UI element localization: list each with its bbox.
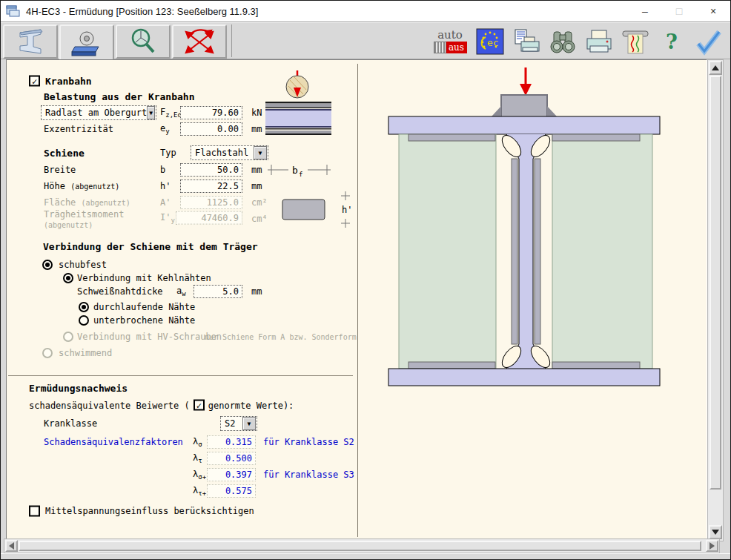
vertical-scrollbar [707,59,724,541]
aus-label: aus [446,42,467,53]
lambda-tau-symbol: λτ [193,452,202,464]
schweissnahtdicke-input[interactable]: 5.0 [194,285,242,298]
rail-block [501,95,547,117]
hv-schrauben-label: Verbindung mit HV-Schrauben [77,332,222,342]
lambda-sigma-output: 0.315 [207,435,256,449]
checkmark-icon [693,27,723,56]
dropdown-arrow-icon: ▼ [147,106,155,119]
schweissnahtdicke-unit: mm [251,286,262,297]
typ-label: Typ [160,148,176,158]
document-printer-icon [512,28,540,55]
confirm-button[interactable] [693,26,723,57]
ec-flag-icon: ec [476,28,504,55]
mittelspannung-label: Mittelspannungseinfluss berücksichtigen [45,506,254,516]
kehlnaehte-radio[interactable] [63,273,73,283]
weld-left [492,106,501,116]
beam-cross-section [358,60,707,541]
arrow-right-icon [710,542,715,550]
help-button[interactable]: ? [657,26,687,57]
belastung-heading: Belastung aus der Kranbahn [44,91,195,102]
form-pane: ✓ Kranbahn Belastung aus der Kranbahn Ra… [7,60,357,541]
traegheitsmoment-output: 47460.9 [176,211,242,225]
auto-aus-button[interactable]: auto aus [431,26,469,57]
force-symbol: Fz,Ed [160,107,182,119]
auto-label: auto [437,30,463,40]
eccentricity-symbol: ey [160,123,170,135]
question-mark-icon: ? [666,30,678,53]
kranklasse-dropdown[interactable]: S2 ▼ [220,416,257,431]
schubfest-radio[interactable] [42,260,53,270]
print-button[interactable] [584,26,614,57]
arrow-up-icon [712,65,719,70]
hoehe-input[interactable]: 22.5 [180,179,242,193]
scroll-up-button[interactable] [709,61,722,75]
kranbahn-checkbox[interactable]: ✓ [29,76,40,87]
kranklasse-value: S2 [225,418,235,429]
search-button[interactable] [548,26,578,57]
load-position-value: Radlast am Obergurt [45,108,147,118]
protocol-button[interactable] [621,26,650,57]
lambda-sigma-plus-symbol: λσ+ [193,469,206,481]
binoculars-icon [548,29,578,54]
toolbar-separator [231,24,232,57]
check-icon: ✓ [196,401,202,409]
content-panel: ✓ Kranbahn Belastung aus der Kranbahn Ra… [6,59,707,541]
durchlaufende-radio[interactable] [79,302,89,312]
beiwerte-prefix: schadensäquivalente Beiwerte ( [29,400,190,410]
unterbrochene-radio[interactable] [79,315,89,326]
flaeche-symbol: A' [160,197,171,208]
tab-rail-wheel[interactable] [59,24,114,61]
weld-right [547,106,557,116]
rail-type-dropdown[interactable]: Flachstahl ▼ [191,145,268,160]
tab-section-detail[interactable] [116,24,171,59]
scroll-down-button[interactable] [709,525,722,539]
check-icon: ✓ [32,76,37,85]
flaeche-label: Fläche (abgenutzt) [44,197,130,208]
close-button[interactable]: × [696,1,730,22]
unterbrochene-label: unterbrochene Nähte [93,315,195,326]
hv-schrauben-note: nur Schiene Form A bzw. Sonderform [205,333,357,341]
schubfest-label: schubfest [59,260,107,270]
print-preview-button[interactable] [512,26,541,57]
eurocode-button[interactable]: ec [475,26,505,57]
breite-input[interactable]: 50.0 [180,163,242,177]
crossed-arrows-icon [184,27,215,56]
hoehe-label: Höhe (abgenutzt) [44,181,119,191]
i-beam-icon [14,28,47,55]
durchlaufende-label: durchlaufende Nähte [93,302,195,312]
horizontal-scroll-thumb[interactable] [19,541,701,551]
load-position-dropdown[interactable]: Radlast am Obergurt ▼ [41,105,156,120]
schiene-heading: Schiene [44,148,85,159]
beiwerte-suffix: genormte Werte): [208,400,294,410]
printer-icon [585,28,613,55]
traegheitsmoment-label: Trägheitsmoment (abgenutzt) [44,209,124,230]
eccentricity-label: Exzentrizität [44,124,113,134]
mittelspannung-checkbox[interactable] [29,506,40,517]
rail-sketch: b f h' [259,67,355,238]
hoehe-symbol: h' [160,181,171,191]
scroll-right-button[interactable] [706,540,718,552]
maximize-button: □ [662,1,696,22]
genormte-werte-checkbox[interactable]: ✓ [194,400,205,411]
lambda-sigma-plus-note: für Kranklasse S3 [263,470,354,480]
scroll-left-button[interactable] [5,540,18,552]
top-flange [388,116,660,134]
flaeche-output: 1125.0 [180,196,242,209]
diagram-pane [358,60,707,541]
kehlnaehte-label: Verbindung mit Kehlnähten [77,273,211,283]
traegheitsmoment-symbol: I'y [160,212,175,224]
bottom-flange [388,369,660,386]
faktoren-label: Schadensäquivalenzfaktoren [44,437,183,447]
tab-forces[interactable] [172,24,227,59]
toolbar: auto aus ec [1,22,730,59]
app-icon [6,4,21,18]
minimize-button[interactable]: – [628,1,662,22]
force-input[interactable]: 79.60 [180,106,242,119]
eccentricity-input[interactable]: 0.00 [180,122,242,136]
tab-profile[interactable] [3,24,58,59]
lambda-sigma-plus-output: 0.397 [207,468,256,481]
lambda-sigma-symbol: λσ [193,436,202,448]
vertical-scroll-thumb[interactable] [710,76,721,490]
hv-schrauben-radio [63,332,73,342]
svg-text:ec: ec [487,37,499,48]
